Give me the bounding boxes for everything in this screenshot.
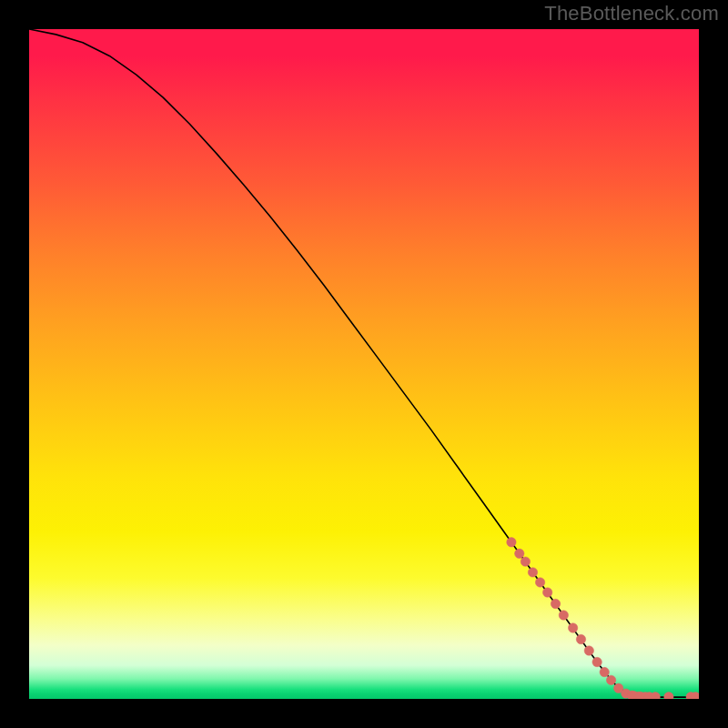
chart-svg — [29, 29, 699, 699]
data-point — [528, 568, 537, 577]
plot-area — [29, 29, 699, 699]
data-point — [551, 599, 560, 608]
data-point — [576, 634, 585, 643]
data-point — [584, 646, 593, 655]
data-point — [606, 675, 615, 684]
data-point — [535, 578, 544, 587]
data-point — [515, 549, 524, 558]
data-point — [568, 623, 577, 632]
data-point — [600, 667, 609, 676]
data-point — [542, 588, 551, 597]
data-points-group — [507, 538, 699, 699]
data-point — [592, 657, 602, 666]
bottleneck-curve — [29, 29, 699, 697]
chart-frame: TheBottleneck.com — [0, 0, 728, 728]
watermark-text: TheBottleneck.com — [544, 2, 719, 25]
data-point — [507, 538, 516, 547]
data-point — [521, 557, 530, 566]
data-point — [559, 611, 568, 620]
data-point — [664, 693, 673, 699]
